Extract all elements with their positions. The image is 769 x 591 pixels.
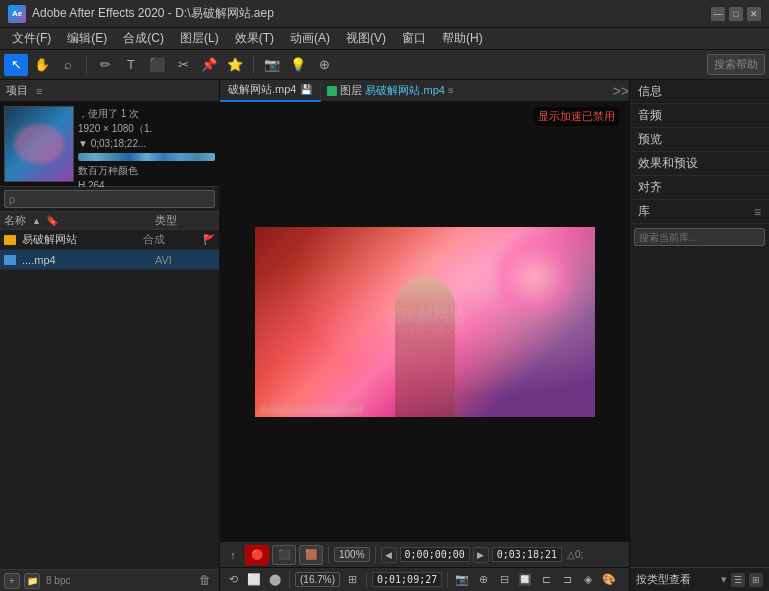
- folder-btn[interactable]: 📁: [24, 573, 40, 589]
- menu-view[interactable]: 视图(V): [338, 28, 394, 49]
- zoom-display: 100%: [334, 547, 370, 562]
- fit-btn[interactable]: ⊞: [343, 571, 361, 589]
- minimize-button[interactable]: —: [711, 7, 725, 21]
- light-tool[interactable]: 💡: [286, 54, 310, 76]
- tab-more-arrow[interactable]: >>: [613, 83, 629, 99]
- project-panel-header: 项目 ≡: [0, 80, 219, 102]
- library-search-input[interactable]: [634, 228, 765, 246]
- library-search: [630, 224, 769, 250]
- prev-time-btn[interactable]: ◀: [381, 547, 397, 563]
- preview-line4: 数百万种颜色: [78, 163, 215, 178]
- menu-file[interactable]: 文件(F): [4, 28, 59, 49]
- preview-line3: ▼ 0;03;18;22...: [78, 136, 215, 151]
- menu-composition[interactable]: 合成(C): [115, 28, 172, 49]
- effects-panel[interactable]: 效果和预设: [630, 152, 769, 176]
- project-footer: + 📁 8 bpc 🗑: [0, 569, 219, 591]
- menu-window[interactable]: 窗口: [394, 28, 434, 49]
- close-button[interactable]: ✕: [747, 7, 761, 21]
- project-search: [0, 187, 219, 212]
- preview-color-btn[interactable]: 🔴: [245, 545, 269, 565]
- prev-frame-btn[interactable]: ↑: [224, 546, 242, 564]
- layer-view-tab[interactable]: 图层 易破解网站.mp4 ≡: [321, 83, 459, 98]
- preview-thumbnail: [4, 106, 74, 182]
- layer-tab-label-text: 图层: [340, 83, 362, 98]
- text-tool[interactable]: T: [119, 54, 143, 76]
- select-tool[interactable]: ↖: [4, 54, 28, 76]
- compose-icon: [4, 233, 18, 247]
- safe-zone-btn[interactable]: ⊐: [558, 571, 576, 589]
- col-name-header: 名称 ▲ 🔖: [4, 213, 155, 228]
- align-panel[interactable]: 对齐: [630, 176, 769, 200]
- library-label: 库: [638, 203, 650, 220]
- menu-effect[interactable]: 效果(T): [227, 28, 282, 49]
- avi-color-icon: [4, 255, 16, 265]
- info-panel[interactable]: 信息: [630, 80, 769, 104]
- timeline-controls-row: ⟲ ⬜ ⬤ (16.7%) ⊞ 0;01;09;27 📷 ⊕ ⊟ 🔲 ⊏ ⊐ ◈…: [220, 567, 629, 591]
- menu-layer[interactable]: 图层(L): [172, 28, 227, 49]
- pin-tool[interactable]: 📌: [197, 54, 221, 76]
- video-flowers: [495, 227, 575, 327]
- grid-view-btn[interactable]: ⊞: [749, 573, 763, 587]
- comp-tab-mp4[interactable]: 破解网站.mp4 💾: [220, 80, 321, 102]
- mp4-file-name: ....mp4: [22, 254, 155, 266]
- puppet-tool[interactable]: ⊕: [312, 54, 336, 76]
- menu-animation[interactable]: 动画(A): [282, 28, 338, 49]
- project-files: 名称 ▲ 🔖 类型 易破解网站 合成 🚩 ....mp4 AVI: [0, 212, 219, 569]
- zoom-percent: (16.7%): [295, 572, 340, 587]
- tc-sep-2: [366, 572, 367, 588]
- watermark-main: 易破解网站: [378, 306, 470, 327]
- new-item-btn[interactable]: +: [4, 573, 20, 589]
- search-help-box[interactable]: 搜索帮助: [707, 54, 765, 75]
- clone-tool[interactable]: ✂: [171, 54, 195, 76]
- right-panel: 信息 音频 预览 效果和预设 对齐 库 ≡ 按类型查看 ▾ ☰ ⊞: [629, 80, 769, 591]
- color-btn[interactable]: 🎨: [600, 571, 618, 589]
- list-view-btn[interactable]: ☰: [731, 573, 745, 587]
- next-time-btn[interactable]: ▶: [473, 547, 489, 563]
- star-tool[interactable]: ⭐: [223, 54, 247, 76]
- toolbar: ↖ ✋ ⌕ ✏ T ⬛ ✂ 📌 ⭐ 📷 💡 ⊕ 搜索帮助: [0, 50, 769, 80]
- audio-panel[interactable]: 音频: [630, 104, 769, 128]
- zoom-tool[interactable]: ⌕: [56, 54, 80, 76]
- box-btn[interactable]: ⬜: [245, 571, 263, 589]
- mask-btn[interactable]: 🟫: [299, 545, 323, 565]
- guide-btn[interactable]: ⊟: [495, 571, 513, 589]
- title-bar: Ae Adobe After Effects 2020 - D:\易破解网站.a…: [0, 0, 769, 28]
- main-layout: 项目 ≡ ，使用了 1 次 1920 × 1080（1. ▼ 0;03;18;2…: [0, 80, 769, 591]
- tab-color-dot: [327, 86, 337, 96]
- reset-btn[interactable]: ⟲: [224, 571, 242, 589]
- maximize-button[interactable]: □: [729, 7, 743, 21]
- file-row-mp4[interactable]: ....mp4 AVI: [0, 250, 219, 270]
- menu-help[interactable]: 帮助(H): [434, 28, 491, 49]
- preview-label: 预览: [638, 131, 662, 148]
- mask-view-btn[interactable]: ◈: [579, 571, 597, 589]
- circle-btn[interactable]: ⬤: [266, 571, 284, 589]
- audio-waveform: [78, 153, 215, 161]
- video-person: [395, 277, 455, 417]
- shape-tool[interactable]: ⬛: [145, 54, 169, 76]
- snap-btn[interactable]: 🔲: [516, 571, 534, 589]
- layer-tab-icon: ≡: [448, 85, 454, 96]
- library-panel[interactable]: 库 ≡: [630, 200, 769, 224]
- camera-icon-btn[interactable]: 📷: [453, 571, 471, 589]
- project-preview: ，使用了 1 次 1920 × 1080（1. ▼ 0;03;18;22... …: [0, 102, 219, 187]
- ruler-btn[interactable]: ⊏: [537, 571, 555, 589]
- tc-sep-3: [447, 572, 448, 588]
- pen-tool[interactable]: ✏: [93, 54, 117, 76]
- comp-tab-label: 破解网站.mp4: [228, 82, 296, 97]
- project-search-input[interactable]: [4, 190, 215, 208]
- library-icon: ≡: [754, 205, 761, 219]
- watermark-sub: WWW.YPOJIE.COM: [378, 327, 470, 338]
- by-type-dropdown-icon[interactable]: ▾: [721, 573, 727, 586]
- menu-edit[interactable]: 编辑(E): [59, 28, 115, 49]
- grid-btn[interactable]: ⊕: [474, 571, 492, 589]
- compose-color-icon: [4, 235, 16, 245]
- vc-sep-1: [328, 547, 329, 563]
- hand-tool[interactable]: ✋: [30, 54, 54, 76]
- preview-panel[interactable]: 预览: [630, 128, 769, 152]
- file-row-compose[interactable]: 易破解网站 合成 🚩: [0, 230, 219, 250]
- mp4-icon: [4, 253, 18, 267]
- camera-tool[interactable]: 📷: [260, 54, 284, 76]
- trash-btn[interactable]: 🗑: [199, 573, 215, 589]
- right-panel-spacer: [630, 250, 769, 567]
- layer-color-btn[interactable]: ⬛: [272, 545, 296, 565]
